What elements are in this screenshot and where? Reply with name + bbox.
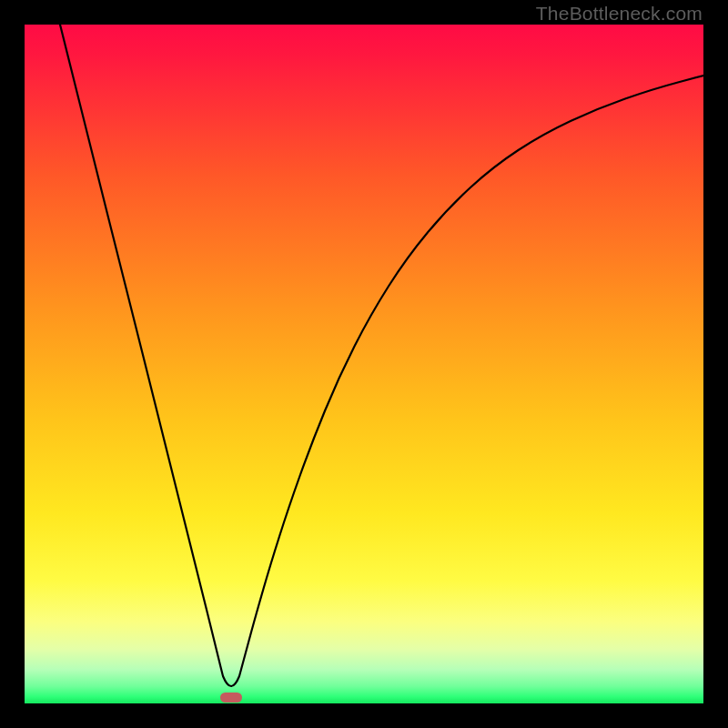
optimal-marker [220,693,242,703]
plot-frame [25,25,703,703]
curve-path [60,25,703,686]
watermark-text: TheBottleneck.com [536,3,703,25]
bottleneck-curve [25,25,703,703]
